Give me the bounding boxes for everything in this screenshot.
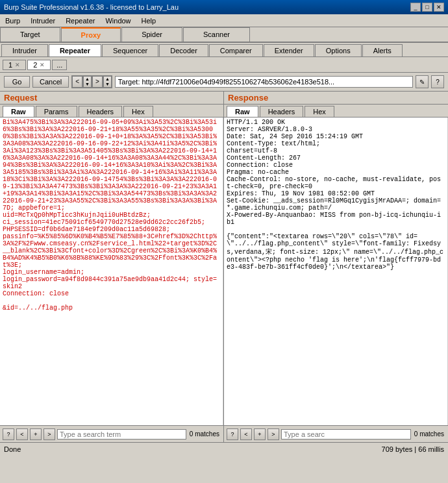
repeater-tab-2[interactable]: 2 ✕	[27, 60, 51, 70]
status-bar: Done 709 bytes | 66 millis	[0, 442, 448, 455]
repeater-tab-1[interactable]: 1 ✕	[3, 60, 26, 70]
tab-sequencer[interactable]: Sequencer	[102, 44, 158, 56]
repeater-tab-1-label: 1	[8, 61, 12, 69]
resp-search-back-icon[interactable]: <	[240, 428, 252, 440]
tab-scanner[interactable]: Scanner	[183, 27, 250, 42]
menu-window[interactable]: Window	[103, 16, 133, 25]
request-panel: Request Raw Params Headers Hex Bi%3A475%…	[0, 92, 224, 442]
tab-alerts[interactable]: Alerts	[362, 44, 403, 56]
tab-options[interactable]: Options	[315, 44, 362, 56]
help-button[interactable]: ?	[431, 75, 444, 88]
response-title: Response	[224, 92, 448, 105]
resp-search-help-icon[interactable]: ?	[227, 428, 238, 440]
toolbar: Go Cancel < ▲ ▼ > ▲ ▼ Target: http://4fd…	[0, 73, 448, 92]
response-search-bar: ? < + > 0 matches	[224, 425, 448, 442]
menu-bar: Burp Intruder Repeater Window Help	[0, 14, 448, 27]
response-content[interactable]: HTTP/1.1 200 OK Server: ASRVER/1.8.0-3 D…	[224, 118, 448, 425]
tab-decoder[interactable]: Decoder	[159, 44, 208, 56]
menu-repeater[interactable]: Repeater	[63, 16, 97, 25]
resp-search-next-icon[interactable]: >	[268, 428, 279, 440]
request-tab-params[interactable]: Params	[36, 106, 77, 117]
tab-spider[interactable]: Spider	[121, 27, 182, 42]
menu-help[interactable]: Help	[139, 16, 159, 25]
request-content[interactable]: Bi%3A475%3Bi%3A%3A222016-09-05+09%3Ai%3A…	[0, 118, 223, 425]
response-tabs: Raw Headers Hex	[224, 105, 448, 118]
status-right: 709 bytes | 66 millis	[382, 445, 444, 453]
tab-proxy[interactable]: Proxy	[61, 27, 121, 42]
request-search-bar: ? < + > 0 matches	[0, 425, 223, 442]
sub-nav: Intruder Repeater Sequencer Decoder Comp…	[0, 43, 448, 57]
request-tab-hex[interactable]: Hex	[123, 106, 153, 117]
request-title: Request	[0, 92, 223, 105]
req-search-next-icon[interactable]: >	[44, 428, 55, 440]
window-title: Burp Suite Professional v1.6.38 - licens…	[4, 3, 179, 11]
main-content: Request Raw Params Headers Hex Bi%3A475%…	[0, 92, 448, 442]
response-panel: Response Raw Headers Hex HTTP/1.1 200 OK…	[224, 92, 448, 442]
tab-comparer[interactable]: Comparer	[209, 44, 263, 56]
back-button[interactable]: <	[72, 76, 82, 88]
response-search-matches: 0 matches	[413, 430, 445, 438]
repeater-tab-2-label: 2	[33, 61, 37, 69]
req-search-help-icon[interactable]: ?	[3, 428, 14, 440]
minimize-button[interactable]: _	[410, 3, 421, 12]
go-button[interactable]: Go	[4, 76, 30, 88]
response-tab-raw[interactable]: Raw	[227, 106, 258, 117]
title-bar: Burp Suite Professional v1.6.38 - licens…	[0, 0, 448, 14]
request-search-input[interactable]	[57, 429, 186, 440]
response-search-input[interactable]	[281, 429, 411, 440]
request-tab-headers[interactable]: Headers	[79, 106, 123, 117]
request-tabs: Raw Params Headers Hex	[0, 105, 223, 118]
tab-extender[interactable]: Extender	[264, 44, 314, 56]
req-search-forward-icon[interactable]: +	[30, 428, 42, 440]
maximize-button[interactable]: □	[422, 3, 432, 12]
request-tab-raw[interactable]: Raw	[3, 106, 34, 117]
forward-button[interactable]: >	[92, 76, 103, 88]
tab-intruder[interactable]: Intruder	[1, 44, 48, 56]
req-search-back-icon[interactable]: <	[16, 428, 28, 440]
repeater-tab-plus[interactable]: ...	[52, 60, 67, 70]
repeater-tab-1-close[interactable]: ✕	[15, 62, 20, 68]
tab-target[interactable]: Target	[0, 27, 60, 42]
response-tab-hex[interactable]: Hex	[305, 106, 334, 117]
repeater-tabs: 1 ✕ 2 ✕ ...	[0, 57, 448, 73]
repeater-tab-2-close[interactable]: ✕	[40, 62, 45, 68]
edit-button[interactable]: ✎	[416, 75, 429, 88]
forward-down-icon[interactable]: ▼	[105, 82, 110, 87]
request-search-matches: 0 matches	[188, 430, 221, 438]
menu-burp[interactable]: Burp	[3, 16, 23, 25]
tab-repeater[interactable]: Repeater	[49, 44, 101, 56]
close-button[interactable]: ✕	[434, 3, 444, 12]
response-tab-headers[interactable]: Headers	[260, 106, 304, 117]
status-left: Done	[4, 445, 21, 453]
forward-up-icon[interactable]: ▲	[105, 77, 110, 82]
menu-intruder[interactable]: Intruder	[28, 16, 58, 25]
cancel-button[interactable]: Cancel	[32, 76, 69, 88]
back-up-icon[interactable]: ▲	[85, 77, 90, 82]
top-nav: Target Proxy Spider Scanner	[0, 27, 448, 43]
back-down-icon[interactable]: ▼	[85, 82, 90, 87]
target-url: Target: http://4fdf721006e04d949f8255106…	[115, 76, 413, 88]
resp-search-forward-icon[interactable]: +	[254, 428, 266, 440]
